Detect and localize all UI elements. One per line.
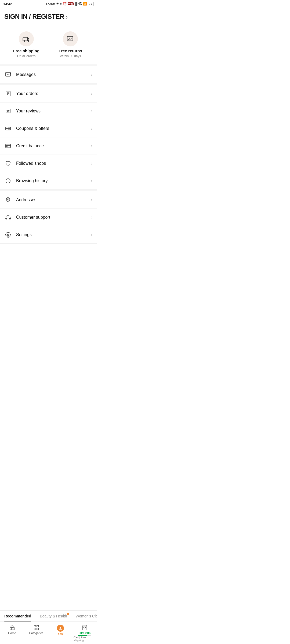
svg-rect-16 [6, 144, 10, 148]
orders-chevron: › [91, 91, 92, 96]
credit-icon [4, 142, 12, 150]
svg-point-23 [7, 234, 9, 236]
bottom-spacer [0, 244, 97, 287]
status-icons: 57.4K/s ★ ● ⏰ VPN ▐ HD 📶 70 [46, 2, 93, 6]
free-returns-benefit: Free returns Within 90 days [48, 31, 92, 58]
menu-item-addresses[interactable]: Addresses › [0, 191, 97, 209]
menu-section-1: Messages › Your orders › Your reviews › … [0, 66, 97, 244]
customer-support-chevron: › [91, 215, 92, 220]
menu-item-messages[interactable]: Messages › [0, 66, 97, 83]
settings-chevron: › [91, 232, 92, 237]
coupons-chevron: › [91, 126, 92, 131]
free-returns-title: Free returns [59, 49, 82, 53]
addresses-chevron: › [91, 197, 92, 202]
menu-item-coupons[interactable]: Coupons & offers › [0, 120, 97, 137]
wifi-strength-icon: 📶 [83, 2, 87, 6]
settings-icon [4, 231, 12, 239]
svg-rect-22 [10, 218, 11, 219]
menu-item-credit[interactable]: Credit balance › [0, 137, 97, 155]
messages-label: Messages [16, 72, 91, 77]
signin-link[interactable]: SIGN IN / REGISTER › [4, 13, 67, 20]
message-icon [4, 71, 12, 78]
benefits-section: Free shipping On all orders Free returns… [0, 25, 97, 66]
clock-icon [4, 177, 12, 185]
browsing-history-chevron: › [91, 178, 92, 183]
free-shipping-title: Free shipping [13, 49, 39, 53]
location-icon [4, 196, 12, 204]
orders-label: Your orders [16, 91, 91, 96]
menu-item-browsing-history[interactable]: Browsing history › [0, 172, 97, 190]
vpn-badge: VPN [68, 2, 74, 5]
settings-label: Settings [16, 232, 91, 237]
signin-header[interactable]: SIGN IN / REGISTER › [0, 8, 97, 25]
headset-icon [4, 214, 12, 221]
signin-arrow: › [66, 14, 67, 20]
signal-icon: ▐ [74, 2, 77, 6]
svg-rect-4 [6, 72, 10, 76]
menu-item-customer-support[interactable]: Customer support › [0, 209, 97, 226]
heart-icon [4, 160, 12, 167]
svg-rect-21 [6, 218, 7, 219]
menu-item-settings[interactable]: Settings › [0, 226, 97, 244]
coupons-label: Coupons & offers [16, 126, 91, 131]
credit-chevron: › [91, 144, 92, 148]
svg-rect-0 [23, 38, 28, 41]
free-shipping-subtitle: On all orders [17, 54, 36, 58]
alarm-icon: ⏰ [63, 2, 67, 6]
browsing-history-label: Browsing history [16, 178, 91, 183]
messages-chevron: › [91, 72, 92, 77]
menu-item-reviews[interactable]: Your reviews › [0, 103, 97, 120]
free-shipping-benefit: Free shipping On all orders [4, 31, 48, 58]
followed-shops-chevron: › [91, 161, 92, 166]
menu-item-followed-shops[interactable]: Followed shops › [0, 155, 97, 172]
battery-indicator: 70 [88, 2, 93, 6]
return-icon-wrap [63, 31, 78, 46]
free-returns-subtitle: Within 90 days [60, 54, 81, 58]
bluetooth-icon: ★ [56, 2, 59, 6]
status-bar: 14:42 57.4K/s ★ ● ⏰ VPN ▐ HD 📶 70 [0, 0, 97, 8]
reviews-icon [4, 107, 12, 115]
status-time: 14:42 [3, 2, 12, 6]
wifi-icon: ● [60, 2, 62, 6]
truck-icon [23, 35, 30, 43]
svg-point-20 [7, 199, 9, 200]
speed-indicator: 57.4K/s [46, 2, 55, 5]
credit-label: Credit balance [16, 144, 91, 148]
svg-rect-18 [6, 147, 8, 147]
followed-shops-label: Followed shops [16, 161, 91, 166]
coupon-icon [4, 125, 12, 132]
orders-icon [4, 90, 12, 97]
customer-support-label: Customer support [16, 215, 91, 220]
svg-rect-3 [67, 36, 73, 41]
menu-item-orders[interactable]: Your orders › [0, 85, 97, 103]
network-icon: HD [78, 2, 82, 6]
return-icon [67, 35, 74, 43]
svg-point-12 [7, 128, 8, 129]
reviews-chevron: › [91, 109, 92, 114]
addresses-label: Addresses [16, 197, 91, 202]
truck-icon-wrap [19, 31, 34, 46]
reviews-label: Your reviews [16, 109, 91, 114]
svg-marker-10 [7, 110, 9, 112]
